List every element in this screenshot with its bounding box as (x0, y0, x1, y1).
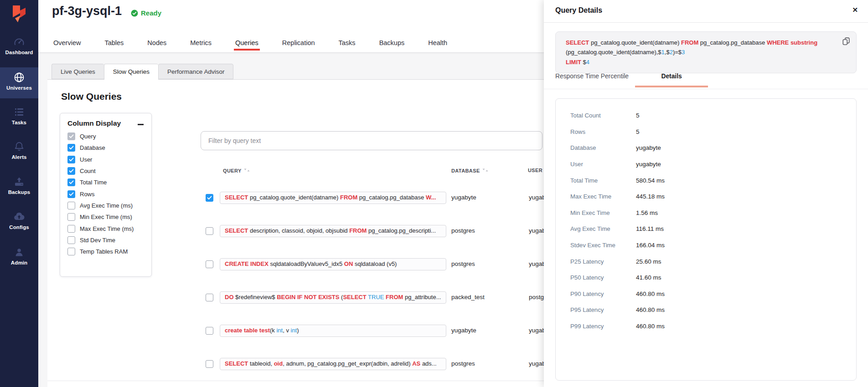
database-cell: yugabyte (451, 194, 476, 201)
query-details-title: Query Details (555, 6, 602, 15)
status-label: Ready (141, 9, 161, 17)
sql-segment: W... (426, 194, 436, 201)
sql-segment: pg_catalog.quote_ident(datname) (248, 194, 340, 201)
copy-icon[interactable] (842, 37, 850, 45)
column-option-temp-tables-ram[interactable]: Temp Tables RAM (60, 246, 151, 257)
yugabyte-logo[interactable] (9, 4, 29, 24)
detail-row-avg-exec-time: Avg Exec Time116.11 ms (556, 221, 856, 237)
detail-row-total-count: Total Count5 (556, 107, 856, 124)
checkbox-rows[interactable] (67, 190, 75, 198)
column-option-label: Query (80, 133, 96, 140)
row-checkbox[interactable] (206, 294, 213, 301)
tab-queries[interactable]: Queries (234, 35, 260, 51)
column-option-query[interactable]: Query (60, 131, 151, 142)
universe-tabs: OverviewTablesNodesMetricsQueriesReplica… (52, 35, 470, 51)
checkbox-max-exec-time-ms[interactable] (67, 225, 75, 233)
sidebar-item-configs[interactable]: Configs (0, 207, 38, 238)
check-circle-icon (131, 10, 138, 17)
sql-segment: FROM (386, 294, 403, 300)
sidebar-item-backups[interactable]: Backups (0, 172, 38, 203)
query-text-pill[interactable]: SELECT tableoid, oid, adnum, pg_catalog.… (220, 358, 446, 370)
tab-overview[interactable]: Overview (52, 35, 82, 51)
tab-replication[interactable]: Replication (281, 35, 316, 51)
tab-divider (544, 89, 868, 89)
tab-metrics[interactable]: Metrics (189, 35, 213, 51)
sql-segment: LIMIT (566, 59, 581, 66)
tab-tables[interactable]: Tables (103, 35, 125, 51)
details-tab-response-time-percentile[interactable]: Response Time Percentile (555, 73, 629, 87)
column-option-count[interactable]: Count (60, 165, 151, 177)
detail-value: 41.60 ms (636, 274, 661, 281)
sidebar-item-admin[interactable]: Admin (0, 242, 38, 273)
globe-icon (13, 71, 25, 83)
database-cell: yugabyte (451, 327, 476, 334)
checkbox-query[interactable] (67, 132, 75, 140)
detail-row-p25-latency: P25 Latency25.60 ms (556, 253, 856, 270)
checkbox-database[interactable] (67, 144, 75, 152)
column-option-rows[interactable]: Rows (60, 188, 151, 199)
sidebar-item-universes[interactable]: Universes (0, 67, 38, 98)
column-option-database[interactable]: Database (60, 142, 151, 153)
close-icon[interactable]: ✕ (852, 6, 858, 14)
query-filter-input[interactable] (201, 131, 542, 150)
checkbox-temp-tables-ram[interactable] (67, 248, 75, 255)
column-option-user[interactable]: User (60, 154, 151, 165)
sql-segment: int (291, 327, 297, 334)
sql-segment: FROM (340, 194, 357, 201)
checkbox-user[interactable] (67, 156, 75, 163)
checkbox-std-dev-time[interactable] (67, 236, 75, 244)
detail-value: 580.54 ms (636, 177, 665, 184)
detail-row-p99-latency: P99 Latency460.80 ms (556, 318, 856, 335)
query-subtabs: Live QueriesSlow QueriesPerformance Advi… (52, 64, 233, 79)
detail-row-total-time: Total Time580.54 ms (556, 172, 856, 188)
column-header-query[interactable]: QUERY (223, 168, 250, 173)
column-option-min-exec-time-ms[interactable]: Min Exec Time (ms) (60, 211, 151, 223)
checkbox-count[interactable] (67, 167, 75, 175)
query-text-pill[interactable]: DO $redefineview$ BEGIN IF NOT EXISTS (S… (220, 291, 446, 304)
tab-backups[interactable]: Backups (378, 35, 406, 51)
detail-label: P95 Latency (570, 306, 636, 313)
detail-value: 25.60 ms (636, 258, 661, 265)
sidebar-item-dashboard[interactable]: Dashboard (0, 32, 38, 63)
subtab-slow-queries[interactable]: Slow Queries (104, 64, 158, 80)
tab-nodes[interactable]: Nodes (146, 35, 168, 51)
database-cell: postgres (451, 227, 475, 234)
sidebar-item-label: Tasks (0, 120, 38, 125)
query-text-pill[interactable]: CREATE INDEX sqldataloadByValuev5_idx5 O… (220, 258, 446, 270)
details-tab-details[interactable]: Details (635, 73, 708, 87)
bell-icon (13, 141, 25, 153)
column-option-max-exec-time-ms[interactable]: Max Exec Time (ms) (60, 223, 151, 234)
sort-icon[interactable] (244, 168, 250, 173)
detail-value: 445.18 ms (636, 193, 665, 200)
checkbox-min-exec-time-ms[interactable] (67, 213, 75, 221)
subtab-performance-advisor[interactable]: Performance Advisor (158, 64, 233, 79)
checkbox-total-time[interactable] (67, 178, 75, 186)
row-checkbox[interactable] (206, 327, 213, 335)
column-option-label: Avg Exec Time (ms) (80, 202, 133, 209)
column-option-label: Rows (80, 191, 95, 198)
detail-row-p90-latency: P90 Latency460.80 ms (556, 286, 856, 302)
subtab-live-queries[interactable]: Live Queries (52, 64, 104, 79)
detail-value: 5 (636, 128, 640, 135)
row-checkbox[interactable] (206, 360, 213, 368)
column-option-std-dev-time[interactable]: Std Dev Time (60, 234, 151, 246)
column-option-total-time[interactable]: Total Time (60, 177, 151, 188)
column-option-label: User (80, 156, 92, 163)
row-checkbox[interactable] (206, 260, 213, 268)
query-text-pill[interactable]: create table test(k int, v int) (220, 325, 446, 337)
tab-health[interactable]: Health (427, 35, 449, 51)
column-header-database[interactable]: DATABASE (451, 168, 488, 173)
minus-icon[interactable] (138, 121, 145, 128)
column-option-avg-exec-time-ms[interactable]: Avg Exec Time (ms) (60, 200, 151, 211)
sort-icon[interactable] (482, 168, 488, 173)
status-badge: Ready (131, 9, 161, 17)
detail-row-p95-latency: P95 Latency460.80 ms (556, 302, 856, 318)
checkbox-avg-exec-time-ms[interactable] (67, 202, 75, 209)
sidebar-item-tasks[interactable]: Tasks (0, 102, 38, 133)
query-text-pill[interactable]: SELECT pg_catalog.quote_ident(datname) F… (220, 192, 446, 204)
sidebar-item-alerts[interactable]: Alerts (0, 137, 38, 168)
row-checkbox[interactable] (206, 194, 213, 202)
row-checkbox[interactable] (206, 227, 213, 235)
query-text-pill[interactable]: SELECT description, classoid, objoid, ob… (220, 225, 446, 237)
tab-tasks[interactable]: Tasks (337, 35, 357, 51)
